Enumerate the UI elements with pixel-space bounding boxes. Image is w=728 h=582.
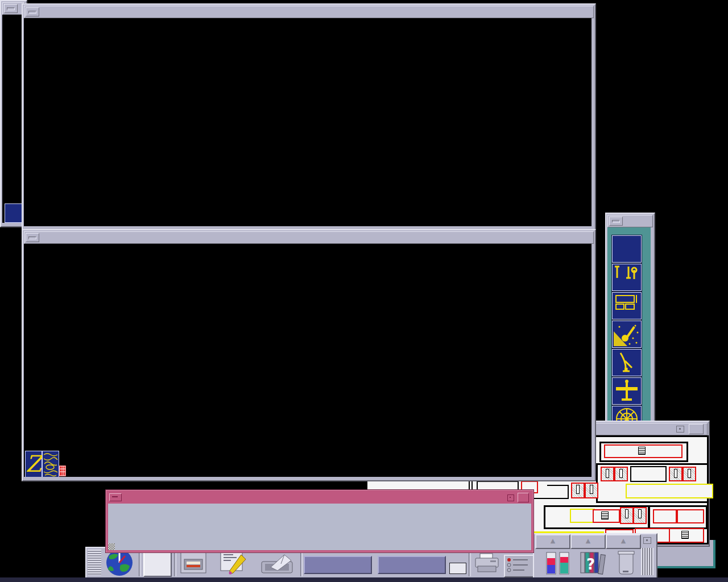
desktop: Z: [0, 0, 728, 582]
sub-panel: ▲ ▲ ▲ ?: [533, 533, 657, 579]
terminal-text: [108, 504, 531, 505]
menu-glyph-icon: [681, 531, 689, 539]
menu-glyph-icon: [638, 447, 646, 455]
menu-glyph-icon: [601, 512, 609, 519]
svg-text:?: ?: [586, 556, 595, 573]
zebra-logo-icon[interactable]: [5, 203, 23, 223]
all-windows-button[interactable]: [604, 444, 682, 458]
panel-separator: [300, 550, 303, 576]
calendar-icon[interactable]: [143, 551, 172, 577]
world-clock-icon[interactable]: [104, 549, 135, 576]
exit-button[interactable]: [449, 563, 466, 574]
radar-scatter-icon[interactable]: [612, 321, 642, 348]
xterm-content[interactable]: [108, 504, 531, 550]
trash-can-icon[interactable]: [615, 549, 638, 575]
window-menu-icon[interactable]: [109, 493, 122, 501]
xterm-window: [105, 489, 534, 553]
scrollbar-anchor[interactable]: [108, 543, 115, 550]
minimize-icon[interactable]: [507, 494, 514, 501]
subpanel-tab-2[interactable]: ▲: [570, 534, 606, 549]
workspace-three-button[interactable]: [304, 556, 372, 574]
year-forward2-button[interactable]: [682, 467, 696, 481]
tools-icon[interactable]: [612, 264, 642, 291]
minutes-forward-button[interactable]: [585, 483, 598, 498]
w3-velocity-plot[interactable]: [59, 264, 493, 423]
time-value-field[interactable]: [626, 484, 713, 498]
maximize-icon[interactable]: [689, 424, 704, 434]
file-manager-icon[interactable]: [179, 551, 208, 574]
panel-separator: [469, 550, 471, 576]
minutes-back-button[interactable]: [571, 483, 585, 498]
style-manager-icon[interactable]: [504, 555, 535, 577]
text-editor-icon[interactable]: [216, 550, 250, 575]
year-forward-button[interactable]: [614, 467, 628, 481]
skip-value-field[interactable]: [570, 509, 595, 523]
skip-back-button[interactable]: [620, 507, 634, 524]
window-menu-icon[interactable]: [4, 4, 18, 13]
subpanel-handle[interactable]: [641, 548, 653, 575]
subpanel-minimize-icon[interactable]: [643, 537, 651, 544]
zebra-logo-icon[interactable]: Z: [25, 451, 42, 477]
year-back2-button[interactable]: [669, 467, 682, 481]
dish-antenna-icon[interactable]: [612, 349, 642, 376]
xterm-titlebar[interactable]: [108, 492, 531, 502]
skip-forward-button[interactable]: [633, 507, 647, 524]
printer-icon[interactable]: [473, 552, 500, 575]
w2-window: [22, 3, 596, 231]
window-menu-icon[interactable]: [26, 233, 39, 242]
w2-reflectivity-plot[interactable]: [59, 39, 493, 197]
configs-icon[interactable]: [612, 292, 642, 319]
contour-tool-icon[interactable]: [42, 451, 59, 477]
year-back-button[interactable]: [601, 467, 614, 481]
w3-titlebar[interactable]: [24, 231, 594, 244]
help-button[interactable]: [653, 509, 677, 523]
dismiss-button[interactable]: [677, 509, 704, 523]
subpanel-tab-3[interactable]: ▲: [606, 534, 641, 549]
panel-separator: [174, 550, 176, 576]
workspace-four-button[interactable]: [378, 556, 446, 574]
forget-button[interactable]: [669, 528, 704, 543]
help-books-icon[interactable]: ?: [578, 550, 610, 575]
maximize-icon[interactable]: [518, 493, 529, 502]
subpanel-tab-1[interactable]: ▲: [535, 534, 570, 549]
iconbar-titlebar[interactable]: [607, 215, 653, 227]
grid-tool-icon[interactable]: [59, 465, 66, 476]
panel-separator: [139, 550, 141, 576]
help-icon[interactable]: [612, 235, 642, 263]
w3-window: Z: [22, 229, 596, 481]
minimize-icon[interactable]: [676, 426, 684, 433]
airplane-icon[interactable]: [612, 377, 642, 405]
performance-meter-icon[interactable]: [545, 551, 570, 575]
screen-edge: [0, 577, 728, 582]
skip-units-dropdown[interactable]: [593, 509, 620, 523]
iconbar-window: [605, 213, 655, 433]
window-menu-icon[interactable]: [609, 217, 623, 226]
w2-titlebar[interactable]: [24, 6, 594, 18]
mail-icon[interactable]: [258, 551, 296, 575]
window-menu-icon[interactable]: [26, 7, 39, 16]
year-button[interactable]: [630, 466, 667, 482]
panel-grip-handle[interactable]: [88, 550, 101, 575]
